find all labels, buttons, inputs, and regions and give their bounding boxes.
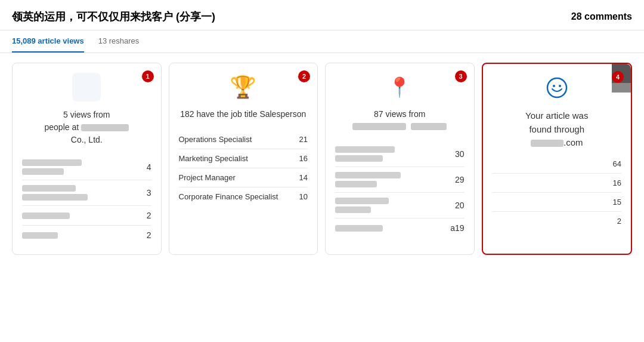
card4-line2: found through (529, 124, 584, 134)
page-title: 领英的运用，可不仅仅用来找客户 (分享一) (12, 10, 215, 24)
list-item: 15 (493, 193, 622, 212)
list-item: a19 (335, 218, 465, 238)
item-count: 2 (609, 217, 621, 226)
item-count: 29 (453, 175, 465, 184)
card-job-title: 2 🏆 182 have the job title Salesperson O… (169, 63, 318, 255)
list-item: Corporate Finance Specialist 10 (179, 187, 308, 206)
tabs-bar: 15,089 article views 13 reshares (0, 30, 644, 53)
card3-title-blur2 (411, 123, 447, 130)
card4-source-blur (531, 140, 564, 147)
card3-title-text: 87 views from (374, 109, 425, 119)
card3-list: 30 29 20 (335, 141, 465, 238)
list-item: 3 (22, 180, 151, 206)
page-wrapper: 领英的运用，可不仅仅用来找客户 (分享一) 28 comments 15,089… (0, 0, 644, 342)
list-item: 29 (335, 167, 465, 193)
tab-article-views[interactable]: 15,089 article views (12, 30, 84, 53)
card4-list: 64 16 15 2 (493, 155, 622, 230)
list-item: 20 (335, 193, 465, 218)
card-location-views: 3 📍 87 views from 30 (325, 63, 475, 255)
trophy-icon: 🏆 (229, 73, 258, 101)
card4-title: Your article was found through .com (493, 109, 622, 150)
list-item: 2 (22, 206, 151, 226)
card1-title-line2: people at (45, 122, 79, 132)
card2-list: Operations Specialist 21 Marketing Speci… (179, 130, 308, 206)
badge-2: 2 (298, 70, 310, 82)
card3-title: 87 views from (335, 109, 465, 132)
item-count: 3 (140, 188, 151, 198)
card1-list: 4 3 2 (22, 155, 151, 245)
card3-icon-area: 📍 (335, 73, 465, 101)
card4-icon-area (493, 73, 622, 102)
badge-4: 4 (612, 71, 624, 83)
list-item: 4 (22, 155, 151, 180)
list-item: Operations Specialist 21 (179, 130, 308, 149)
eye-icon (543, 73, 571, 102)
card1-title-line3: Co., Ltd. (71, 135, 103, 144)
item-count: 16 (296, 154, 308, 163)
location-icon: 📍 (385, 73, 414, 101)
item-count: 4 (140, 162, 151, 172)
list-item: 2 (493, 212, 622, 230)
item-label: Corporate Finance Specialist (179, 192, 296, 201)
item-count: a19 (450, 223, 464, 233)
list-item: 16 (493, 174, 622, 193)
cards-container: 1 5 views from people at Co., Ltd. 4 (0, 53, 644, 264)
list-item: 2 (22, 226, 151, 245)
list-item: 64 (493, 155, 622, 174)
svg-point-2 (559, 85, 561, 87)
svg-point-0 (547, 78, 566, 97)
comments-count: 28 comments (571, 11, 632, 22)
card1-icon-area (22, 73, 151, 101)
page-header: 领英的运用，可不仅仅用来找客户 (分享一) 28 comments (0, 0, 644, 30)
card1-title: 5 views from people at Co., Ltd. (22, 109, 151, 146)
item-count: 64 (609, 159, 621, 168)
list-item: Project Manager 14 (179, 168, 308, 187)
card4-line1: Your article was (525, 110, 588, 121)
card4-line3: .com (564, 137, 583, 147)
item-count: 14 (296, 173, 308, 182)
list-item: 30 (335, 141, 465, 167)
item-count: 20 (453, 201, 465, 210)
item-label: Operations Specialist (179, 135, 296, 144)
building-icon (72, 73, 101, 101)
svg-point-1 (553, 85, 555, 87)
tab-reshares[interactable]: 13 reshares (98, 30, 140, 53)
badge-3: 3 (455, 70, 467, 82)
card1-company-blur (81, 124, 129, 131)
item-count: 21 (296, 135, 308, 144)
item-count: 10 (296, 192, 308, 201)
card-company-views: 1 5 views from people at Co., Ltd. 4 (12, 63, 162, 255)
item-count: 2 (140, 230, 151, 240)
card3-title-blur (352, 123, 406, 130)
dark-square-bottom-decoration (612, 83, 631, 93)
item-count: 15 (609, 198, 621, 207)
card2-icon-area: 🏆 (179, 73, 308, 101)
card-source: 4 Your article was found through .com (482, 63, 633, 255)
card1-title-line1: 5 views from (63, 110, 110, 119)
list-item: Marketing Specialist 16 (179, 149, 308, 168)
card2-title: 182 have the job title Salesperson (179, 109, 308, 121)
item-label: Project Manager (179, 173, 296, 182)
item-label: Marketing Specialist (179, 154, 296, 163)
badge-1: 1 (142, 70, 154, 82)
item-count: 30 (453, 149, 465, 159)
item-count: 16 (609, 178, 621, 187)
item-count: 2 (140, 211, 151, 220)
